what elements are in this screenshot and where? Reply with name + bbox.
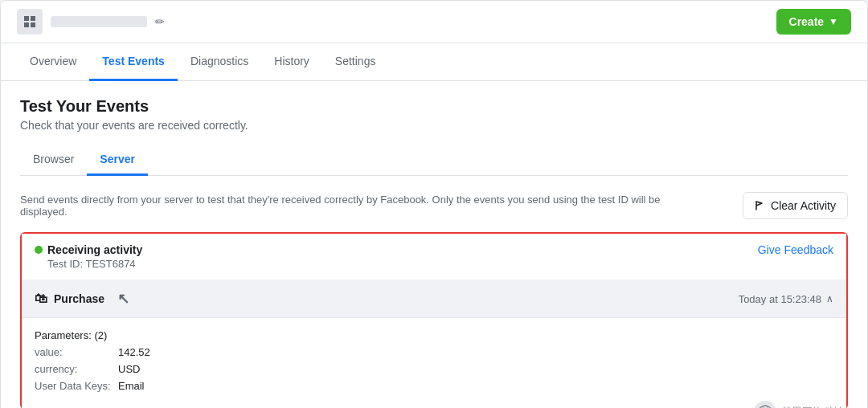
tab-overview[interactable]: Overview: [17, 43, 89, 81]
sub-tab-server[interactable]: Server: [87, 145, 148, 176]
purchase-time: Today at 15:23:48 ∧: [739, 293, 833, 305]
tab-settings[interactable]: Settings: [322, 43, 389, 81]
tab-test-events[interactable]: Test Events: [89, 43, 178, 81]
purchase-left: 🛍 Purchase ↖: [35, 290, 129, 308]
flag-icon: [755, 200, 766, 211]
parameters-row: Parameters: (2): [35, 329, 833, 341]
edit-icon[interactable]: ✏: [155, 15, 165, 28]
cursor-icon: ↖: [117, 290, 129, 308]
give-feedback-link[interactable]: Give Feedback: [758, 243, 833, 256]
currency-row: currency: USD: [35, 363, 833, 375]
purchase-details: Parameters: (2) value: 142.52 currency: …: [22, 318, 846, 408]
chevron-up-icon: ∧: [826, 293, 833, 304]
svg-rect-3: [31, 22, 35, 27]
clear-activity-button[interactable]: Clear Activity: [743, 192, 848, 219]
nav-tabs: Overview Test Events Diagnostics History…: [1, 43, 867, 81]
activity-box: Receiving activity Test ID: TEST6874 Giv…: [20, 232, 848, 408]
svg-rect-1: [31, 16, 35, 21]
sub-tabs: Browser Server: [20, 145, 848, 176]
watermark-logo: [754, 401, 776, 408]
chevron-down-icon: ▼: [829, 16, 838, 27]
currency-label: currency:: [35, 363, 115, 375]
currency-value: USD: [118, 363, 140, 375]
svg-rect-2: [24, 22, 29, 27]
page-subtitle: Check that your events are received corr…: [20, 119, 848, 132]
receiving-status: Receiving activity: [35, 243, 142, 256]
top-bar: ✏ Create ▼: [1, 1, 867, 43]
tab-history[interactable]: History: [261, 43, 322, 81]
page-title: Test Your Events: [20, 97, 848, 116]
user-data-keys-value: Email: [118, 380, 145, 392]
tab-diagnostics[interactable]: Diagnostics: [178, 43, 261, 81]
create-button[interactable]: Create ▼: [776, 9, 851, 35]
top-bar-left: ✏: [17, 9, 165, 35]
purchase-icon: 🛍: [35, 292, 47, 306]
purchase-label: Purchase: [54, 292, 104, 305]
purchase-row[interactable]: 🛍 Purchase ↖ Today at 15:23:48 ∧: [22, 280, 846, 318]
user-data-keys-label: User Data Keys:: [35, 380, 115, 392]
pixel-name-blurred: [51, 16, 147, 27]
test-id: Test ID: TEST6874: [47, 258, 142, 270]
value-row: value: 142.52: [35, 346, 833, 358]
main-content: Test Your Events Check that your events …: [1, 81, 867, 408]
sub-tab-browser[interactable]: Browser: [20, 145, 87, 176]
info-text: Send events directly from your server to…: [20, 194, 679, 218]
watermark: 戴思网络科技: [754, 401, 844, 408]
pixel-icon: [17, 9, 43, 35]
svg-rect-0: [24, 16, 29, 21]
user-data-keys-row: User Data Keys: Email: [35, 380, 833, 392]
green-dot-icon: [35, 246, 43, 254]
receiving-row: Receiving activity Test ID: TEST6874 Giv…: [22, 234, 846, 280]
value-value: 142.52: [118, 346, 150, 358]
receiving-left: Receiving activity Test ID: TEST6874: [35, 243, 142, 270]
watermark-text: 戴思网络科技: [781, 405, 844, 408]
info-bar: Send events directly from your server to…: [20, 192, 848, 219]
value-label: value:: [35, 346, 115, 358]
